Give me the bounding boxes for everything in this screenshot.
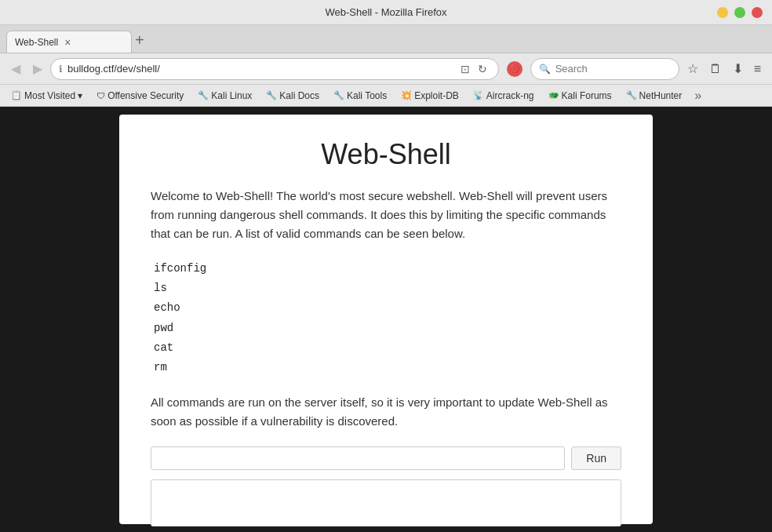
bookmark-kali-docs[interactable]: 🔧 Kali Docs: [261, 89, 324, 103]
page-title: Web-Shell: [151, 138, 621, 171]
command-input[interactable]: [151, 446, 565, 470]
screen-icon[interactable]: ⊡: [457, 61, 473, 77]
reader-view-button[interactable]: 🗒: [705, 58, 726, 79]
tab-close-icon[interactable]: ×: [64, 37, 71, 48]
bookmark-label: Most Visited: [24, 90, 75, 101]
kali-forums-icon: 🐲: [548, 90, 559, 100]
minimize-button[interactable]: [717, 7, 728, 18]
kali-docs-icon: 🔧: [266, 90, 277, 100]
page-description: Welcome to Web-Shell! The world's most s…: [151, 187, 621, 243]
maximize-button[interactable]: [734, 7, 745, 18]
bookmark-exploit-db[interactable]: 💥 Exploit-DB: [396, 89, 464, 103]
download-button[interactable]: ⬇: [728, 58, 748, 79]
kali-tools-icon: 🔧: [333, 90, 344, 100]
bookmark-label: Exploit-DB: [414, 90, 459, 101]
noscript-badge: 🚫: [507, 61, 523, 77]
tabbar: Web-Shell × +: [0, 25, 772, 53]
no-script-icon[interactable]: 🚫: [502, 58, 527, 80]
bookmark-kali-linux[interactable]: 🔧 Kali Linux: [193, 89, 257, 103]
search-icon: 🔍: [539, 64, 551, 75]
bookmark-offensive-security[interactable]: 🛡 Offensive Security: [92, 89, 188, 103]
bookmarks-more-button[interactable]: »: [691, 89, 705, 103]
run-button[interactable]: Run: [571, 446, 621, 470]
bookmark-kali-forums[interactable]: 🐲 Kali Forums: [544, 89, 617, 103]
bookmark-label: Kali Linux: [211, 90, 252, 101]
bookmark-star-button[interactable]: ☆: [683, 58, 703, 79]
command-item: echo: [154, 298, 621, 318]
nav-right-buttons: ☆ 🗒 ⬇ ≡: [683, 58, 766, 79]
titlebar: Web-Shell - Mozilla Firefox: [0, 0, 772, 25]
aircrack-ng-icon: 📡: [473, 90, 484, 100]
forward-button[interactable]: ▶: [28, 58, 47, 79]
command-item: ifconfig: [154, 259, 621, 279]
bookmarks-bar: 📋 Most Visited ▾ 🛡 Offensive Security 🔧 …: [0, 85, 772, 107]
offensive-security-icon: 🛡: [96, 91, 105, 100]
bookmark-most-visited[interactable]: 📋 Most Visited ▾: [6, 89, 87, 103]
bookmark-label: Kali Forums: [562, 90, 612, 101]
command-item: cat: [154, 338, 621, 358]
address-input[interactable]: [67, 63, 453, 75]
bookmark-label: Kali Docs: [279, 90, 319, 101]
bookmark-nethunter[interactable]: 🔧 NetHunter: [621, 89, 687, 103]
titlebar-controls: [717, 7, 763, 18]
dropdown-icon: ▾: [78, 90, 82, 101]
tab-label: Web-Shell: [15, 37, 58, 48]
titlebar-title: Web-Shell - Mozilla Firefox: [325, 6, 446, 18]
nethunter-icon: 🔧: [626, 90, 637, 100]
command-item: ls: [154, 279, 621, 298]
command-form: Run: [151, 446, 621, 470]
exploit-db-icon: 💥: [401, 90, 412, 100]
reload-button[interactable]: ↻: [475, 61, 490, 77]
bookmark-label: Aircrack-ng: [486, 90, 534, 101]
back-button[interactable]: ◀: [6, 58, 25, 79]
close-button[interactable]: [752, 7, 763, 18]
search-bar: 🔍: [530, 58, 679, 80]
command-item: rm: [154, 358, 621, 377]
kali-linux-icon: 🔧: [198, 90, 209, 100]
most-visited-icon: 📋: [11, 90, 22, 100]
bookmark-aircrack-ng[interactable]: 📡 Aircrack-ng: [468, 89, 539, 103]
bookmark-kali-tools[interactable]: 🔧 Kali Tools: [329, 89, 391, 103]
navbar: ◀ ▶ ℹ ⊡ ↻ 🚫 🔍 ☆ 🗒 ⬇ ≡: [0, 53, 772, 85]
page-card: Web-Shell Welcome to Web-Shell! The worl…: [119, 115, 653, 524]
search-input[interactable]: [555, 63, 650, 75]
address-bar-actions: ⊡ ↻: [457, 61, 490, 77]
bookmark-label: Kali Tools: [347, 90, 387, 101]
info-icon: ℹ: [59, 64, 63, 75]
commands-list: ifconfiglsechopwdcatrm: [151, 259, 621, 377]
page-background: Web-Shell Welcome to Web-Shell! The worl…: [0, 107, 772, 532]
new-tab-button[interactable]: +: [135, 31, 144, 49]
command-item: pwd: [154, 319, 621, 338]
page-footer-text: All commands are run on the server itsel…: [151, 393, 621, 431]
active-tab[interactable]: Web-Shell ×: [6, 31, 132, 53]
bookmark-label: Offensive Security: [107, 90, 184, 101]
address-bar: ℹ ⊡ ↻: [50, 58, 499, 80]
output-area: [151, 479, 621, 527]
bookmark-label: NetHunter: [639, 90, 683, 101]
menu-button[interactable]: ≡: [749, 58, 766, 79]
